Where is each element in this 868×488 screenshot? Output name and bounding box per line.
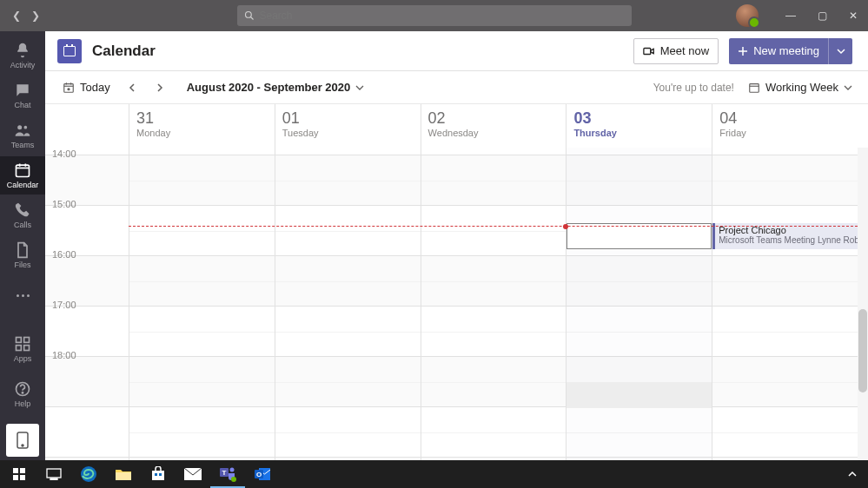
taskbar-edge[interactable]	[71, 460, 106, 488]
event-subtitle: Microsoft Teams Meeting Lynne Robb	[719, 235, 854, 245]
edge-icon	[80, 465, 97, 483]
rail-calls-label: Calls	[14, 221, 31, 229]
taskbar-task-view[interactable]	[36, 460, 71, 488]
day-column[interactable]	[566, 148, 712, 460]
day-column[interactable]	[275, 148, 421, 460]
rail-apps[interactable]: Apps	[0, 330, 45, 368]
ellipsis-icon	[17, 294, 30, 297]
phone-icon	[14, 201, 31, 219]
month-range-picker[interactable]: August 2020 - September 2020	[187, 81, 365, 94]
svg-point-13	[22, 392, 23, 393]
svg-rect-24	[13, 468, 18, 473]
calendar-app-icon	[57, 39, 82, 63]
scrollbar-thumb[interactable]	[858, 309, 867, 392]
taskview-icon	[46, 468, 62, 480]
nav-forward-button[interactable]: ❯	[28, 10, 43, 22]
folder-icon	[115, 467, 132, 481]
search-box[interactable]	[237, 5, 632, 26]
day-header[interactable]: 04Friday	[712, 104, 858, 148]
svg-rect-29	[50, 478, 57, 480]
window-maximize-button[interactable]: ▢	[807, 0, 837, 31]
day-number: 03	[573, 109, 705, 128]
day-name: Thursday	[573, 128, 705, 138]
chevron-up-icon	[848, 470, 857, 478]
window-minimize-button[interactable]: ―	[776, 0, 805, 31]
blocked-time	[567, 382, 712, 408]
calendar-event[interactable]: Project ChicagoMicrosoft Teams Meeting L…	[712, 223, 858, 249]
new-meeting-dropdown[interactable]	[828, 38, 852, 64]
file-icon	[14, 241, 31, 259]
day-header[interactable]: 03Thursday	[566, 104, 712, 148]
rail-files[interactable]: Files	[0, 236, 45, 274]
day-name: Tuesday	[282, 128, 414, 138]
taskbar-start[interactable]	[2, 460, 36, 488]
rail-chat[interactable]: Chat	[0, 76, 45, 115]
taskbar-mail[interactable]	[176, 460, 210, 488]
teams-app-icon: T	[219, 465, 236, 482]
meet-now-button[interactable]: Meet now	[633, 38, 719, 64]
rail-calendar[interactable]: Calendar	[0, 156, 45, 195]
search-input[interactable]	[260, 10, 625, 22]
outlook-icon: O	[254, 465, 271, 483]
taskbar-outlook[interactable]: O	[245, 460, 280, 488]
scrollbar-track[interactable]	[858, 148, 868, 460]
day-header[interactable]: 31Monday	[129, 104, 275, 148]
day-column[interactable]	[129, 148, 275, 460]
day-column[interactable]: Project ChicagoMicrosoft Teams Meeting L…	[712, 148, 858, 460]
rail-mobile-button[interactable]	[6, 424, 39, 457]
rail-apps-label: Apps	[14, 354, 32, 363]
new-meeting-label: New meeting	[753, 44, 819, 57]
hour-label: 14:00	[45, 148, 123, 159]
today-button[interactable]: Today	[57, 77, 116, 97]
hour-label: 15:00	[45, 199, 123, 209]
svg-point-2	[17, 125, 22, 129]
day-number: 31	[136, 109, 268, 128]
day-header[interactable]: 02Wednesday	[421, 104, 567, 148]
svg-rect-8	[17, 338, 22, 343]
video-icon	[643, 45, 655, 57]
rail-activity[interactable]: Activity	[0, 36, 45, 75]
svg-rect-9	[24, 338, 30, 343]
rail-chat-label: Chat	[14, 101, 30, 109]
week-view-icon	[748, 82, 760, 94]
view-switcher[interactable]: Working Week	[748, 81, 852, 94]
nav-back-button[interactable]: ❮	[9, 10, 24, 22]
rail-teams[interactable]: Teams	[0, 116, 45, 155]
day-header[interactable]: 01Tuesday	[275, 104, 421, 148]
day-column[interactable]	[421, 148, 567, 460]
rail-help-label: Help	[15, 399, 31, 408]
time-slot-selection[interactable]	[567, 223, 712, 249]
taskbar-teams[interactable]: T	[210, 460, 245, 488]
rail-calendar-label: Calendar	[7, 181, 39, 189]
taskbar-tray-expand[interactable]	[842, 460, 863, 488]
windows-taskbar: T O	[0, 460, 868, 488]
rail-calls[interactable]: Calls	[0, 196, 45, 234]
current-time-indicator	[129, 226, 858, 227]
day-name: Friday	[719, 128, 851, 138]
taskbar-store[interactable]	[141, 460, 176, 488]
new-meeting-button[interactable]: New meeting	[729, 38, 828, 64]
calendar-icon	[14, 162, 31, 179]
rail-help[interactable]: Help	[0, 375, 45, 413]
svg-rect-25	[20, 468, 25, 473]
title-bar: ❮ ❯ ― ▢ ✕	[0, 0, 868, 31]
chevron-down-icon	[844, 83, 852, 92]
day-name: Wednesday	[428, 128, 560, 138]
taskbar-explorer[interactable]	[106, 460, 141, 488]
day-number: 04	[719, 109, 851, 128]
chevron-left-icon	[128, 83, 136, 92]
window-close-button[interactable]: ✕	[838, 0, 868, 31]
meet-now-label: Meet now	[660, 44, 709, 57]
calendar-grid[interactable]: 31Monday01Tuesday02Wednesday03Thursday04…	[45, 104, 868, 460]
avatar[interactable]	[736, 4, 759, 27]
svg-rect-27	[20, 475, 25, 480]
rail-activity-label: Activity	[10, 61, 36, 69]
prev-week-button[interactable]	[121, 76, 143, 99]
chat-icon	[14, 82, 31, 99]
rail-more[interactable]	[0, 276, 45, 314]
svg-rect-22	[750, 83, 759, 92]
view-label: Working Week	[765, 81, 838, 94]
app-rail: Activity Chat Teams Calendar Calls Files	[0, 31, 45, 460]
help-icon	[14, 380, 31, 398]
next-week-button[interactable]	[149, 76, 171, 99]
